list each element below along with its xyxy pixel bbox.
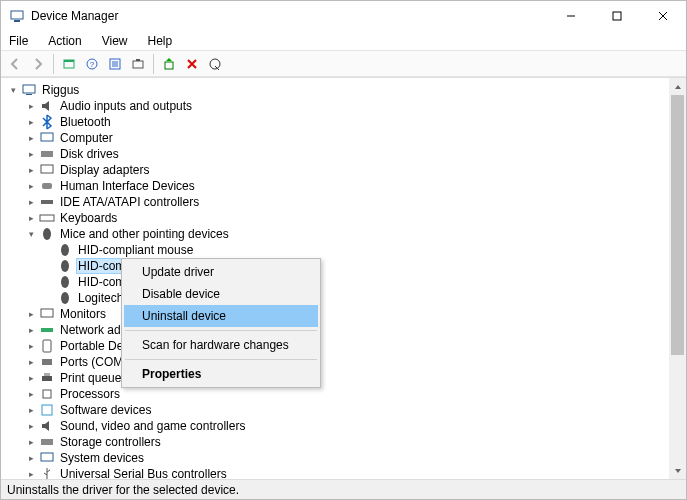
sound-icon (39, 418, 55, 434)
chevron-right-icon[interactable]: ▸ (25, 148, 37, 160)
chevron-right-icon[interactable]: ▸ (25, 100, 37, 112)
menu-file[interactable]: File (5, 32, 32, 50)
tree-item-ports[interactable]: ▸Ports (COM & (23, 354, 669, 370)
tree-item-network[interactable]: ▸Network ada (23, 322, 669, 338)
chevron-right-icon[interactable]: ▸ (25, 388, 37, 400)
ctx-update-driver[interactable]: Update driver (124, 261, 318, 283)
forward-button[interactable] (28, 54, 48, 74)
tree-item-mouse-child[interactable]: HID-compliant mouse (41, 242, 669, 258)
show-hidden-button[interactable] (59, 54, 79, 74)
ctx-uninstall-device[interactable]: Uninstall device (124, 305, 318, 327)
storage-icon (39, 434, 55, 450)
tree-item-system[interactable]: ▸System devices (23, 450, 669, 466)
ctx-scan-hardware[interactable]: Scan for hardware changes (124, 334, 318, 356)
tree-item-bluetooth[interactable]: ▸Bluetooth (23, 114, 669, 130)
tree-item-software[interactable]: ▸Software devices (23, 402, 669, 418)
tree-item-audio[interactable]: ▸Audio inputs and outputs (23, 98, 669, 114)
uninstall-button[interactable] (182, 54, 202, 74)
minimize-button[interactable] (548, 1, 594, 31)
device-tree[interactable]: ▾ Riggus ▸Audio inputs and outputs ▸Blue… (1, 78, 669, 479)
tree-item-usb[interactable]: ▸Universal Serial Bus controllers (23, 466, 669, 479)
device-manager-window: Device Manager File Action View Help ? (0, 0, 687, 500)
tree-item-sound[interactable]: ▸Sound, video and game controllers (23, 418, 669, 434)
scroll-up-button[interactable] (669, 78, 686, 95)
scan-button[interactable] (128, 54, 148, 74)
chevron-right-icon[interactable]: ▸ (25, 452, 37, 464)
chevron-right-icon[interactable]: ▸ (25, 132, 37, 144)
tree-item-hid[interactable]: ▸Human Interface Devices (23, 178, 669, 194)
scroll-track[interactable] (669, 95, 686, 462)
menu-view[interactable]: View (98, 32, 132, 50)
chevron-right-icon[interactable]: ▸ (25, 436, 37, 448)
svg-point-32 (61, 292, 69, 304)
chevron-right-icon[interactable]: ▸ (25, 340, 37, 352)
system-icon (39, 450, 55, 466)
tree-item-processors[interactable]: ▸Processors (23, 386, 669, 402)
chevron-right-icon[interactable]: ▸ (25, 164, 37, 176)
close-button[interactable] (640, 1, 686, 31)
tree-item-computer[interactable]: ▸Computer (23, 130, 669, 146)
cpu-icon (39, 386, 55, 402)
chevron-right-icon[interactable]: ▸ (25, 116, 37, 128)
tree-root-label: Riggus (41, 83, 80, 97)
chevron-right-icon[interactable]: ▸ (25, 196, 37, 208)
printer-icon (39, 370, 55, 386)
svg-rect-35 (43, 340, 51, 352)
statusbar: Uninstalls the driver for the selected d… (1, 479, 686, 499)
chevron-right-icon[interactable]: ▸ (25, 468, 37, 479)
chevron-right-icon[interactable]: ▸ (25, 404, 37, 416)
titlebar: Device Manager (1, 1, 686, 31)
tree-item-mice[interactable]: ▾Mice and other pointing devices (23, 226, 669, 242)
ctx-separator (125, 359, 317, 360)
svg-rect-36 (42, 359, 52, 365)
tree-root[interactable]: ▾ Riggus (5, 82, 669, 98)
chevron-right-icon[interactable]: ▸ (25, 356, 37, 368)
context-menu: Update driver Disable device Uninstall d… (121, 258, 321, 388)
mouse-icon (39, 226, 55, 242)
maximize-button[interactable] (594, 1, 640, 31)
help-button[interactable]: ? (82, 54, 102, 74)
svg-text:?: ? (90, 60, 95, 69)
back-button[interactable] (5, 54, 25, 74)
tree-item-monitors[interactable]: ▸Monitors (23, 306, 669, 322)
svg-rect-14 (133, 61, 143, 68)
ctx-disable-device[interactable]: Disable device (124, 283, 318, 305)
tree-item-display[interactable]: ▸Display adapters (23, 162, 669, 178)
vertical-scrollbar[interactable] (669, 78, 686, 479)
menu-help[interactable]: Help (144, 32, 177, 50)
display-icon (39, 162, 55, 178)
tree-item-portable[interactable]: ▸Portable Dev (23, 338, 669, 354)
chevron-right-icon[interactable]: ▸ (25, 180, 37, 192)
scroll-down-button[interactable] (669, 462, 686, 479)
app-icon (9, 8, 25, 24)
tree-item-storage[interactable]: ▸Storage controllers (23, 434, 669, 450)
tree-item-ide[interactable]: ▸IDE ATA/ATAPI controllers (23, 194, 669, 210)
chevron-right-icon[interactable]: ▸ (25, 324, 37, 336)
scroll-thumb[interactable] (671, 95, 684, 355)
ctx-properties[interactable]: Properties (124, 363, 318, 385)
svg-rect-39 (43, 390, 51, 398)
window-title: Device Manager (31, 9, 118, 23)
chevron-right-icon[interactable]: ▸ (25, 372, 37, 384)
tree-item-disk[interactable]: ▸Disk drives (23, 146, 669, 162)
disable-button[interactable] (205, 54, 225, 74)
content-area: ▾ Riggus ▸Audio inputs and outputs ▸Blue… (1, 77, 686, 479)
menubar: File Action View Help (1, 31, 686, 51)
tree-item-keyboards[interactable]: ▸Keyboards (23, 210, 669, 226)
chevron-right-icon[interactable]: ▸ (25, 212, 37, 224)
properties-button[interactable] (105, 54, 125, 74)
tree-item-printq[interactable]: ▸Print queues (23, 370, 669, 386)
chevron-right-icon[interactable]: ▸ (25, 308, 37, 320)
svg-rect-22 (41, 133, 53, 141)
svg-point-29 (61, 244, 69, 256)
chevron-right-icon[interactable]: ▸ (25, 420, 37, 432)
menu-action[interactable]: Action (44, 32, 85, 50)
portable-icon (39, 338, 55, 354)
chevron-down-icon[interactable]: ▾ (7, 84, 19, 96)
svg-rect-21 (26, 94, 32, 95)
update-driver-button[interactable] (159, 54, 179, 74)
audio-icon (39, 98, 55, 114)
svg-point-28 (43, 228, 51, 240)
chevron-down-icon[interactable]: ▾ (25, 228, 37, 240)
monitor-icon (39, 306, 55, 322)
